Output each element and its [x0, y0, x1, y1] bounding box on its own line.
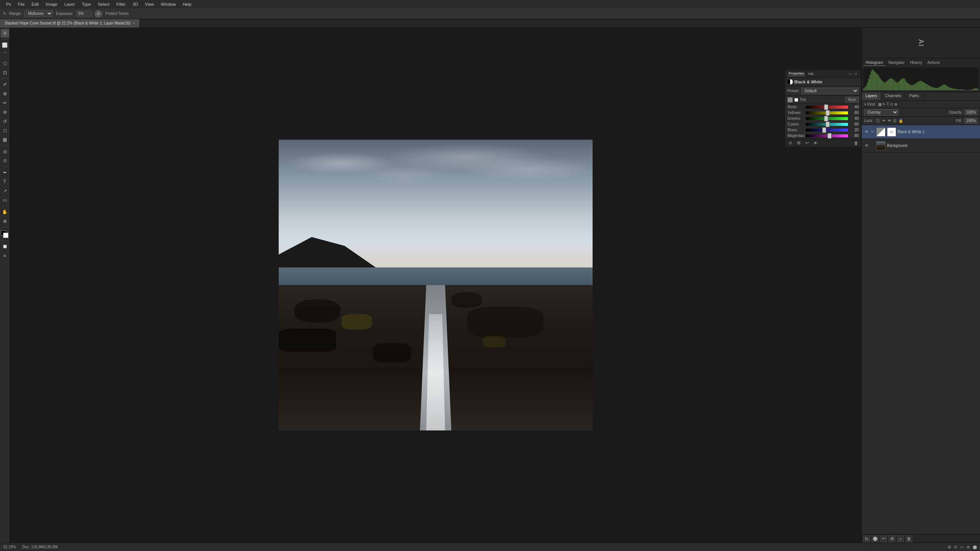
- text-tool[interactable]: T: [1, 178, 9, 186]
- blues-slider-thumb[interactable]: [822, 127, 826, 133]
- history-brush-tool[interactable]: ↺: [1, 117, 9, 126]
- histogram-tab[interactable]: Histogram: [863, 60, 885, 66]
- history-tab[interactable]: History: [908, 60, 924, 66]
- cyans-slider-thumb[interactable]: [826, 122, 830, 127]
- cyans-slider-track[interactable]: [806, 123, 848, 126]
- tint-checkbox[interactable]: [794, 98, 798, 102]
- screen-mode-btn[interactable]: ⊞: [1, 251, 9, 260]
- paths-tab[interactable]: Paths: [905, 92, 923, 100]
- dodge-tool[interactable]: ⊙: [1, 156, 9, 165]
- shape-tool[interactable]: ▭: [1, 196, 9, 204]
- layer-mask-bw[interactable]: ▭: [887, 127, 896, 137]
- layer-group-btn[interactable]: ⊞: [889, 535, 895, 542]
- reds-slider-thumb[interactable]: [824, 104, 828, 110]
- layer-item-bg[interactable]: 👁 Background: [862, 139, 980, 153]
- eraser-tool[interactable]: ◻: [1, 126, 9, 135]
- menu-select[interactable]: Select: [95, 1, 113, 7]
- lock-transparent-icon[interactable]: ⬛: [875, 119, 880, 123]
- lock-artboard-icon[interactable]: ⊡: [893, 119, 896, 123]
- path-select-tool[interactable]: ↗: [1, 187, 9, 195]
- menu-type[interactable]: Type: [79, 1, 94, 7]
- opacity-input[interactable]: [964, 109, 978, 115]
- kind-label: ≡ Kind: [864, 102, 875, 106]
- greens-slider-thumb[interactable]: [824, 116, 828, 121]
- layer-adjustment-btn[interactable]: ↩: [880, 535, 887, 542]
- prop-channel-btn[interactable]: ⊞: [795, 140, 802, 147]
- info-tab-btn[interactable]: Info: [807, 72, 815, 76]
- menu-image[interactable]: Image: [43, 1, 61, 7]
- layer-new-btn[interactable]: +: [897, 535, 904, 542]
- status-icon-3[interactable]: ▭: [960, 545, 964, 549]
- move-tool[interactable]: ✛: [1, 29, 9, 37]
- lock-all-icon[interactable]: 🔒: [898, 119, 903, 123]
- zoom-tool[interactable]: ⊕: [1, 217, 9, 225]
- menu-filter[interactable]: Filter: [113, 1, 129, 7]
- blur-tool[interactable]: ◎: [1, 147, 9, 156]
- quick-mask-btn[interactable]: ⬜: [1, 242, 9, 251]
- eyedropper-tool[interactable]: ✐: [1, 80, 9, 89]
- blues-slider-track[interactable]: [806, 129, 848, 132]
- prop-visibility-btn[interactable]: 👁: [812, 140, 819, 147]
- menu-edit[interactable]: Edit: [29, 1, 42, 7]
- menu-layer[interactable]: Layer: [61, 1, 78, 7]
- status-icon-1[interactable]: ⊞: [948, 545, 951, 549]
- marquee-tool[interactable]: ⬜: [1, 41, 9, 49]
- pen-tool[interactable]: ✒: [1, 168, 9, 177]
- clone-stamp-tool[interactable]: ⊛: [1, 108, 9, 116]
- layer-mask-btn[interactable]: ⬤: [872, 535, 879, 542]
- prop-delete-btn[interactable]: 🗑: [853, 140, 859, 147]
- lock-pixels-icon[interactable]: ✏: [882, 119, 885, 123]
- blend-mode-select[interactable]: Overlay Normal Multiply Screen: [864, 109, 898, 116]
- menu-ps[interactable]: Ps: [3, 1, 14, 7]
- reds-slider-track[interactable]: [806, 106, 848, 109]
- layer-fx-btn[interactable]: fx: [863, 535, 870, 542]
- greens-slider-track[interactable]: [806, 117, 848, 120]
- brush-tool[interactable]: ✏: [1, 99, 9, 107]
- crop-tool[interactable]: ⊡: [1, 68, 9, 77]
- prop-view-btn[interactable]: ⊙: [787, 140, 794, 147]
- fill-input[interactable]: [964, 118, 978, 124]
- layer-visibility-bw[interactable]: 👁: [864, 129, 869, 135]
- magentas-slider-thumb[interactable]: [828, 133, 831, 139]
- tint-color-swatch[interactable]: [787, 97, 793, 103]
- navigator-tab[interactable]: Navigator: [886, 60, 907, 66]
- heal-tool[interactable]: ⊕: [1, 90, 9, 98]
- menu-help[interactable]: Help: [180, 1, 194, 7]
- hand-tool[interactable]: ✋: [1, 208, 9, 216]
- svg-rect-54: [930, 86, 931, 90]
- properties-tab-btn[interactable]: Properties: [787, 71, 805, 76]
- auto-button[interactable]: Auto: [845, 97, 859, 103]
- layer-visibility-bg[interactable]: 👁: [864, 143, 869, 148]
- layer-delete-btn[interactable]: 🗑: [905, 535, 912, 542]
- menu-file[interactable]: File: [15, 1, 28, 7]
- magentas-slider-track[interactable]: [806, 134, 848, 137]
- tab-close-btn[interactable]: ×: [133, 21, 135, 25]
- exposure-value[interactable]: 5%: [76, 11, 91, 16]
- layer-item-bw[interactable]: 👁 ⛓ ▭ Black & White 1: [862, 125, 980, 139]
- channels-tab[interactable]: Channels: [881, 92, 905, 100]
- color-swatches[interactable]: [1, 230, 9, 239]
- lasso-tool[interactable]: ⌒: [1, 50, 9, 59]
- quick-select-tool[interactable]: ⬡: [1, 59, 9, 68]
- actions-tab[interactable]: Actions: [925, 60, 942, 66]
- document-tab[interactable]: Stacked Hope Cove Sunset.tif @ 22.2% (Bl…: [0, 19, 140, 28]
- menu-view[interactable]: View: [142, 1, 157, 7]
- status-icon-2[interactable]: ⊡: [954, 545, 957, 549]
- prop-reset-btn[interactable]: ↩: [804, 140, 810, 147]
- status-icon-4[interactable]: ⊛: [967, 545, 970, 549]
- menu-3d[interactable]: 3D: [130, 1, 141, 7]
- menu-window[interactable]: Window: [158, 1, 179, 7]
- svg-rect-84: [967, 90, 968, 90]
- background-color[interactable]: [3, 233, 8, 238]
- yellows-slider-track[interactable]: [806, 111, 848, 114]
- panel-close-btn[interactable]: ×: [853, 71, 859, 77]
- preset-select[interactable]: Default High Contrast Red Filter Infrare…: [801, 88, 859, 94]
- gradient-tool[interactable]: ▦: [1, 135, 9, 144]
- range-select[interactable]: Midtones Shadows Highlights: [24, 10, 53, 17]
- status-icon-5[interactable]: ⬤: [973, 545, 977, 549]
- layers-tab[interactable]: Layers: [862, 92, 881, 100]
- panel-minimize-btn[interactable]: —: [847, 71, 853, 77]
- protect-tones-icon[interactable]: ⊙: [95, 10, 102, 18]
- lock-position-icon[interactable]: ✛: [888, 119, 891, 123]
- yellows-slider-thumb[interactable]: [826, 110, 830, 116]
